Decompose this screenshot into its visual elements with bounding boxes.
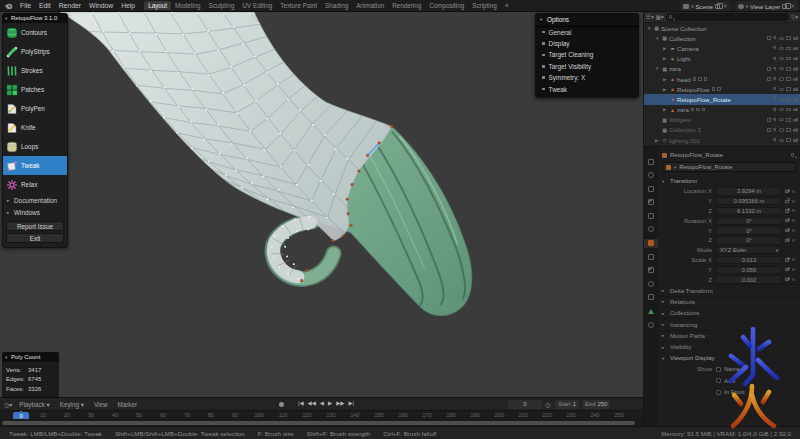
checkbox-toggle-icon[interactable] [767, 67, 771, 71]
value-field[interactable]: 0.095366 m [716, 197, 782, 205]
workspace-tab-modeling[interactable]: Modeling [171, 1, 205, 10]
new-view-layer-icon[interactable] [782, 4, 787, 9]
filter-icon[interactable]: ▽▾ [791, 14, 798, 20]
eye-toggle-icon[interactable] [779, 98, 784, 101]
prev-keyframe-icon[interactable]: ◀◀ [308, 400, 316, 406]
outliner-row-scene-collection[interactable]: ▼▦Scene Collection [644, 23, 800, 33]
retopoflow-panel-header[interactable]: ▾ RetopoFlow 3.1.0 [2, 13, 68, 23]
outliner-row-light[interactable]: ▶☀Light [644, 54, 800, 64]
tool-strokes[interactable]: Strokes [3, 61, 67, 80]
value-field[interactable]: 0.056 [716, 266, 782, 274]
section-visibility[interactable]: ▸Visibility [658, 341, 800, 352]
lock-icon[interactable] [785, 209, 789, 212]
next-keyframe-icon[interactable]: ▶▶ [336, 400, 344, 406]
options-item-target-visibility[interactable]: Target Visibility [535, 61, 639, 72]
camera-toggle-icon[interactable] [793, 108, 798, 112]
eye-toggle-icon[interactable] [779, 128, 784, 131]
section-collections[interactable]: ▸Collections [658, 307, 800, 318]
view-layer-selector[interactable]: ▾ View Layer ✕ [735, 1, 798, 11]
scene-name[interactable]: Scene [695, 3, 713, 10]
cursor-toggle-icon[interactable] [772, 137, 777, 142]
object-name-field[interactable]: ▾ RetopoFlow_Rotate [662, 162, 796, 172]
tool-loops[interactable]: Loops [3, 137, 67, 156]
screen-toggle-icon[interactable] [786, 36, 791, 40]
lock-icon[interactable] [785, 200, 789, 203]
value-field[interactable]: 0.002 [716, 275, 782, 283]
screen-toggle-icon[interactable] [786, 138, 791, 142]
properties-tab-material[interactable] [644, 320, 658, 329]
eye-toggle-icon[interactable] [779, 139, 784, 142]
outliner-row-zara[interactable]: ▼▦zara [644, 64, 800, 74]
current-frame-field[interactable]: 0 [508, 400, 542, 409]
lock-icon[interactable] [785, 219, 789, 222]
properties-tab-tool[interactable] [644, 157, 658, 166]
outliner-row-widgets[interactable]: ▦Widgets [644, 115, 800, 125]
properties-tab-world[interactable] [644, 225, 658, 234]
checkbox-icon[interactable] [716, 378, 721, 383]
frame-start-field[interactable]: Start 1 [555, 400, 579, 409]
checkbox-toggle-icon[interactable] [767, 118, 771, 122]
tool-polystrips[interactable]: PolyStrips [3, 42, 67, 61]
camera-toggle-icon[interactable] [793, 77, 798, 81]
checkbox-icon[interactable] [716, 367, 721, 372]
screen-toggle-icon[interactable] [786, 108, 791, 112]
timeline-menu-view[interactable]: View [89, 401, 113, 408]
outliner-row-camera[interactable]: ▶▰Camera [644, 43, 800, 53]
workspace-tab-compositing[interactable]: Compositing [425, 1, 468, 10]
animate-dot-icon[interactable] [792, 200, 795, 203]
eye-toggle-icon[interactable] [779, 88, 784, 91]
options-item-target-cleaning[interactable]: Target Cleaning [535, 49, 639, 60]
new-scene-icon[interactable] [715, 4, 720, 9]
checkbox-icon[interactable] [716, 390, 721, 395]
frame-end-field[interactable]: End 250 [582, 400, 610, 409]
options-panel-header[interactable]: ▾ Options [535, 13, 639, 27]
properties-tab-object-data[interactable] [644, 307, 658, 316]
blender-logo-icon[interactable] [4, 2, 13, 10]
view-layer-name[interactable]: View Layer [750, 3, 781, 10]
outliner-row-collection[interactable]: ▼▦Collection [644, 33, 800, 43]
retopoflow-menu-documentation[interactable]: ▸Documentation [3, 194, 67, 207]
value-field[interactable]: 0.013 [716, 256, 782, 264]
value-field[interactable]: 0° [716, 226, 782, 234]
value-field[interactable]: 0° [716, 217, 782, 225]
options-item-general[interactable]: General [535, 27, 639, 38]
outliner-row-collection-3[interactable]: ▦Collection 3 [644, 125, 800, 135]
value-field[interactable]: 6.1332 m [716, 207, 782, 215]
animate-dot-icon[interactable] [792, 268, 795, 271]
menu-file[interactable]: File [16, 2, 35, 9]
eye-toggle-icon[interactable] [779, 67, 784, 70]
workspace-tab-sculpting[interactable]: Sculpting [205, 1, 239, 10]
cursor-toggle-icon[interactable] [772, 86, 777, 91]
menu-render[interactable]: Render [55, 2, 85, 9]
eye-toggle-icon[interactable] [779, 118, 784, 121]
section-relations[interactable]: ▸Relations [658, 296, 800, 307]
value-field[interactable]: 3.9294 m [716, 187, 782, 195]
cursor-toggle-icon[interactable] [772, 36, 777, 41]
workspace-tab-shading[interactable]: Shading [321, 1, 352, 10]
screen-toggle-icon[interactable] [786, 57, 791, 61]
menu-help[interactable]: Help [117, 2, 139, 9]
play-icon[interactable]: ▶ [328, 400, 332, 406]
poly-count-header[interactable]: ▾ Poly Count [2, 352, 59, 362]
properties-tab-scene[interactable] [644, 211, 658, 220]
menu-window[interactable]: Window [85, 2, 117, 9]
cursor-toggle-icon[interactable] [772, 46, 777, 51]
camera-toggle-icon[interactable] [793, 138, 798, 142]
animate-dot-icon[interactable] [792, 278, 795, 281]
checkbox-toggle-icon[interactable] [767, 36, 771, 40]
screen-toggle-icon[interactable] [786, 67, 791, 71]
add-workspace-button[interactable]: + [501, 2, 513, 9]
timeline-menu-playback[interactable]: Playback ▾ [14, 401, 54, 408]
editor-type-icon[interactable]: ☰▾ [646, 14, 654, 20]
step-back-icon[interactable]: ◀ [320, 400, 324, 406]
workspace-tab-rendering[interactable]: Rendering [388, 1, 425, 10]
lock-icon[interactable] [785, 258, 789, 261]
lock-icon[interactable] [785, 239, 789, 242]
camera-toggle-icon[interactable] [793, 87, 798, 91]
menu-edit[interactable]: Edit [35, 2, 55, 9]
animate-dot-icon[interactable] [792, 229, 795, 232]
section-instancing[interactable]: ▸Instancing [658, 318, 800, 329]
workspace-tab-scripting[interactable]: Scripting [468, 1, 501, 10]
animate-dot-icon[interactable] [792, 258, 795, 261]
tool-polypen[interactable]: PolyPen [3, 99, 67, 118]
